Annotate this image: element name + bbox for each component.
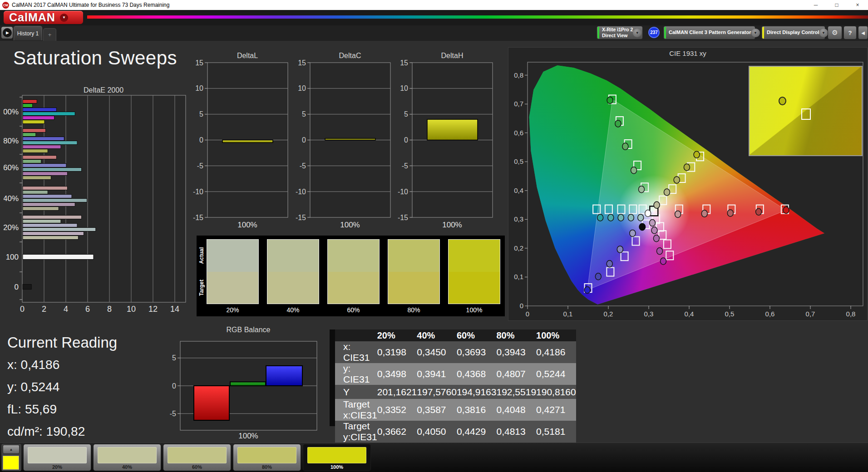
pattern-button-40%[interactable]: 40% bbox=[93, 444, 161, 471]
app-icon: CM bbox=[2, 2, 9, 9]
chevron-left-icon: ◀ bbox=[861, 30, 865, 35]
svg-text:2: 2 bbox=[42, 305, 46, 314]
calman-logo-menu[interactable]: CalMAN ▼ bbox=[4, 11, 83, 24]
svg-text:100%: 100% bbox=[340, 221, 360, 229]
svg-text:10: 10 bbox=[400, 84, 408, 92]
bar bbox=[23, 172, 67, 176]
svg-text:0,4: 0,4 bbox=[685, 310, 694, 318]
help-button[interactable]: ? bbox=[843, 26, 857, 39]
svg-text:0,3: 0,3 bbox=[644, 310, 654, 318]
row-label: Target x:CIE31 bbox=[335, 399, 377, 421]
svg-text:0,1: 0,1 bbox=[514, 273, 523, 280]
table-cell: 0,3941 bbox=[417, 363, 457, 385]
current-reading: Current Reading x: 0,4186 y: 0,5244 fL: … bbox=[7, 334, 117, 447]
display-status-stripe bbox=[762, 27, 764, 39]
target-swatch bbox=[388, 272, 439, 304]
settings-button[interactable]: ⚙ bbox=[828, 26, 842, 39]
svg-text:100%: 100% bbox=[442, 221, 462, 229]
bar bbox=[23, 129, 45, 133]
measured-marker bbox=[631, 167, 637, 174]
bar bbox=[23, 168, 82, 172]
table-cell: 0,3352 bbox=[377, 399, 417, 421]
tab-strip: ▶ History 1 + X-Rite i1Pro 2Direct View … bbox=[0, 25, 868, 41]
measured-marker bbox=[783, 207, 789, 214]
table-cell: 0,4048 bbox=[496, 399, 536, 421]
reading-cdm2: cd/m²: 190,82 bbox=[7, 424, 117, 439]
svg-text:0,4: 0,4 bbox=[514, 187, 523, 194]
minimize-button[interactable]: ─ bbox=[805, 0, 826, 10]
pattern-button-20%[interactable]: 20% bbox=[23, 444, 91, 471]
pattern-button-100%[interactable]: 100% bbox=[303, 444, 371, 471]
table-cell: 0,3198 bbox=[377, 341, 417, 363]
svg-text:-5: -5 bbox=[170, 410, 176, 418]
svg-text:14: 14 bbox=[170, 305, 179, 314]
column-header: 100% bbox=[536, 329, 576, 341]
svg-text:0: 0 bbox=[199, 136, 203, 144]
window-controls: ─ □ × bbox=[805, 0, 868, 10]
tab-history-1[interactable]: History 1 bbox=[14, 26, 42, 40]
reading-count-badge[interactable]: 237 bbox=[648, 27, 660, 38]
svg-text:0,2: 0,2 bbox=[514, 244, 523, 252]
add-tab-button[interactable]: + bbox=[43, 28, 56, 41]
pattern-button-60%[interactable]: 60% bbox=[163, 444, 231, 471]
bar bbox=[23, 216, 82, 219]
svg-text:0: 0 bbox=[302, 136, 306, 144]
target-row-label: Target bbox=[198, 268, 205, 307]
collapse-panel-button[interactable]: ◀ bbox=[858, 26, 868, 39]
svg-text:-10: -10 bbox=[296, 188, 306, 196]
measured-marker bbox=[630, 230, 636, 236]
table-cell: 0,4807 bbox=[496, 363, 536, 385]
table-cell: 0,5181 bbox=[536, 421, 576, 442]
svg-text:100%: 100% bbox=[237, 221, 257, 229]
workflow-nav-button[interactable]: ▶ bbox=[1, 26, 13, 39]
swatch-label: 80% bbox=[388, 306, 440, 314]
swatch-label: 40% bbox=[267, 306, 319, 314]
bar bbox=[23, 116, 54, 120]
pattern-button-80%[interactable]: 80% bbox=[233, 444, 301, 471]
measured-marker bbox=[618, 214, 624, 221]
svg-text:-5: -5 bbox=[197, 162, 203, 170]
bar bbox=[23, 187, 67, 190]
measured-marker bbox=[653, 235, 659, 242]
svg-text:0,7: 0,7 bbox=[514, 100, 523, 108]
display-control-dropdown[interactable]: Direct Display Control ▼ bbox=[761, 26, 825, 39]
svg-text:0,6: 0,6 bbox=[765, 310, 775, 318]
maximize-button[interactable]: □ bbox=[826, 0, 847, 10]
svg-text:0: 0 bbox=[20, 305, 25, 314]
pattern-swatch bbox=[168, 447, 227, 463]
measured-marker bbox=[727, 210, 733, 216]
measured-marker bbox=[675, 211, 681, 217]
measured-marker bbox=[595, 273, 601, 280]
pattern-label: 40% bbox=[94, 464, 161, 470]
table-cell: 0,3943 bbox=[496, 341, 536, 363]
svg-text:0: 0 bbox=[172, 382, 176, 390]
up-arrow-icon: ▲ bbox=[10, 447, 13, 452]
close-button[interactable]: × bbox=[847, 0, 868, 10]
svg-text:15: 15 bbox=[400, 59, 408, 67]
bar bbox=[23, 133, 36, 137]
svg-text:-5: -5 bbox=[402, 162, 408, 170]
meter-line2: Direct View bbox=[602, 33, 627, 38]
measured-marker bbox=[650, 220, 656, 226]
svg-text:0,8: 0,8 bbox=[514, 71, 523, 79]
meter-dropdown[interactable]: X-Rite i1Pro 2Direct View ▼ bbox=[597, 26, 643, 39]
table-cell: 201,1621 bbox=[377, 385, 417, 399]
svg-text:-15: -15 bbox=[296, 214, 306, 221]
svg-text:5: 5 bbox=[199, 110, 203, 118]
swatch-label: 20% bbox=[207, 306, 259, 314]
bar bbox=[23, 220, 61, 223]
bar bbox=[427, 119, 478, 140]
bar bbox=[194, 386, 229, 420]
svg-text:0,8: 0,8 bbox=[846, 310, 856, 318]
table-cell: 0,3662 bbox=[377, 421, 417, 442]
deltae2000-chart: DeltaE 2000100%80%60%40%20%1000024681012… bbox=[4, 86, 192, 315]
bar bbox=[23, 145, 61, 149]
window-titlebar: CM CalMAN 2017 CalMAN Ultimate for Busin… bbox=[0, 0, 868, 10]
actual-swatch bbox=[267, 240, 319, 272]
pattern-generator-dropdown[interactable]: CalMAN Client 3 Pattern Generator ▼ bbox=[663, 26, 755, 39]
svg-text:60%: 60% bbox=[4, 163, 19, 172]
table-cell: 0,3816 bbox=[457, 399, 497, 421]
measured-marker bbox=[607, 97, 613, 103]
svg-text:12: 12 bbox=[148, 305, 158, 314]
pattern-panel-up-button[interactable]: ▲ bbox=[3, 445, 20, 454]
